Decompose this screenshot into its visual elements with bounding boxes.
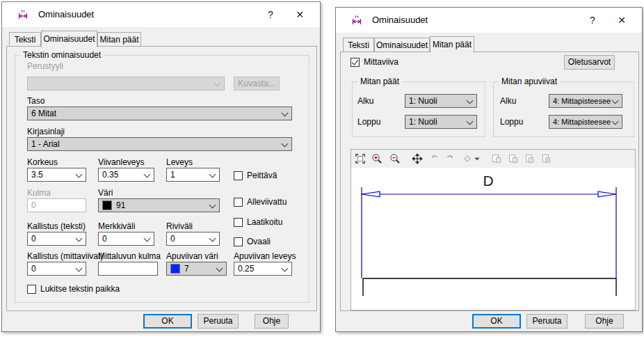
apu-alku-value: 4: Mittapisteesee — [553, 97, 611, 105]
alleviivattu-checkbox[interactable]: Alleviivattu — [234, 197, 287, 207]
tab-ominaisuudet[interactable]: Ominaisuudet — [374, 38, 430, 52]
chevron-down-icon — [612, 97, 619, 104]
merkkivali-combo[interactable]: 0 — [98, 232, 154, 246]
dropdown-arrow-icon[interactable] — [474, 153, 481, 164]
undo-icon[interactable] — [428, 153, 440, 164]
apuviivan-leveys-value: 0.25 — [238, 264, 254, 274]
leveys-combo[interactable]: 1 — [166, 168, 220, 182]
oletusarvot-button[interactable]: Oletusarvot — [564, 55, 615, 70]
taso-label: Taso — [27, 96, 45, 106]
kallistus-mittaviivat-label: Kallistus (mittaviivat) — [27, 251, 103, 261]
vari-combo[interactable]: 91 — [98, 198, 220, 212]
paat-loppu-combo[interactable]: 1: Nuoli — [405, 115, 477, 129]
rivivali-combo[interactable]: 0 — [166, 232, 220, 246]
clipboard-icon-c[interactable] — [524, 153, 536, 164]
ovaali-label: Ovaali — [247, 237, 271, 246]
pan-icon[interactable] — [412, 153, 423, 164]
titlebar[interactable]: Ominaisuudet ? ✕ — [336, 8, 642, 33]
kallistus-mittaviivat-combo[interactable]: 0 — [27, 262, 86, 276]
kallistus-teksti-combo[interactable]: 0 — [27, 232, 86, 246]
zoom-out-icon[interactable] — [389, 153, 401, 164]
mittaluvun-kulma-input[interactable] — [98, 262, 158, 276]
zoom-extents-icon[interactable] — [355, 153, 366, 164]
ok-button[interactable]: OK — [472, 314, 521, 329]
apuviivan-vari-label: Apuviivan väri — [166, 251, 218, 261]
dimension-lines — [362, 187, 616, 278]
laatikoitu-label: Laatikoitu — [247, 217, 282, 227]
close-button[interactable]: ✕ — [288, 2, 312, 27]
tab-mitan-paat[interactable]: Mitan päät — [430, 36, 474, 53]
checkbox-box — [351, 58, 360, 67]
paat-alku-combo[interactable]: 1: Nuoli — [405, 94, 477, 108]
paat-loppu-value: 1: Nuoli — [409, 117, 437, 127]
titlebar[interactable]: Ominaisuudet ? ✕ — [2, 2, 320, 27]
chevron-down-icon — [467, 97, 474, 104]
clipboard-icon-b[interactable] — [508, 153, 519, 164]
peittava-checkbox[interactable]: Peittävä — [234, 171, 277, 180]
chevron-down-icon — [144, 235, 151, 242]
apu-loppu-label: Loppu — [500, 117, 523, 127]
zoom-in-icon[interactable] — [371, 153, 383, 164]
close-button[interactable]: ✕ — [610, 8, 634, 33]
cancel-button[interactable]: Peruuta — [198, 314, 239, 329]
chevron-down-icon — [214, 80, 221, 87]
help-footer-button[interactable]: Ohje — [255, 314, 289, 329]
rivivali-label: Riviväli — [166, 221, 193, 231]
mittaviiva-checkbox[interactable]: Mittaviiva — [351, 57, 399, 67]
tab-teksti[interactable]: Teksti — [343, 38, 374, 52]
help-button[interactable]: ? — [581, 8, 604, 33]
help-button[interactable]: ? — [259, 2, 282, 27]
leveys-label: Leveys — [166, 157, 193, 167]
paat-alku-value: 1: Nuoli — [409, 96, 437, 106]
chevron-down-icon — [282, 110, 289, 117]
help-footer-button[interactable]: Ohje — [585, 314, 624, 329]
apu-alku-label: Alku — [500, 96, 516, 106]
checkbox-box — [234, 198, 243, 207]
tab-ominaisuudet[interactable]: Ominaisuudet — [41, 31, 97, 47]
checkbox-box — [27, 285, 36, 294]
kallistus-mittaviivat-value: 0 — [31, 264, 36, 274]
korkeus-label: Korkeus — [27, 157, 58, 167]
kulma-input: 0 — [27, 198, 86, 212]
korkeus-combo[interactable]: 3.5 — [27, 168, 86, 182]
screenshot-stage: Ominaisuudet ? ✕ Teksti Ominaisuudet Mit… — [0, 0, 644, 339]
chevron-down-icon — [76, 265, 83, 272]
kulma-label: Kulma — [27, 188, 51, 198]
mittaviiva-label: Mittaviiva — [364, 57, 399, 67]
taso-combo[interactable]: 6 Mitat — [27, 107, 292, 120]
chevron-down-icon — [282, 265, 289, 272]
chevron-down-icon — [209, 171, 216, 178]
perustyyli-label: Perustyyli — [27, 61, 63, 71]
redo-icon[interactable] — [445, 153, 456, 164]
tab-mitan-paat[interactable]: Mitan päät — [97, 32, 141, 47]
leveys-value: 1 — [170, 170, 175, 180]
lukitse-tekstin-paikka-checkbox[interactable]: Lukitse tekstin paikka — [27, 284, 120, 294]
dimension-preview-drawing: D — [351, 168, 635, 310]
cancel-button[interactable]: Peruuta — [526, 314, 567, 329]
color-swatch — [170, 264, 180, 274]
dimension-preview-panel: D — [351, 149, 636, 310]
paat-alku-label: Alku — [357, 96, 373, 106]
peittava-label: Peittävä — [247, 171, 277, 180]
apuviivan-vari-combo[interactable]: 7 — [166, 262, 227, 276]
ok-button[interactable]: OK — [143, 314, 192, 329]
paat-loppu-label: Loppu — [357, 117, 380, 127]
checkbox-box — [234, 171, 243, 180]
clipboard-icon-d[interactable] — [541, 153, 552, 164]
chevron-down-icon — [467, 118, 474, 125]
dialog-title: Ominaisuudet — [372, 15, 428, 25]
tab-teksti[interactable]: Teksti — [9, 32, 41, 47]
laatikoitu-checkbox[interactable]: Laatikoitu — [234, 217, 282, 227]
apu-loppu-combo[interactable]: 4: Mittapisteesee — [549, 115, 622, 129]
ovaali-checkbox[interactable]: Ovaali — [234, 237, 271, 246]
kirjasinlaji-combo[interactable]: 1 - Arial — [27, 137, 292, 151]
center-mark-icon[interactable] — [463, 153, 472, 164]
chevron-down-icon — [282, 141, 289, 148]
clipboard-icon-a[interactable] — [491, 153, 502, 164]
viivanleveys-combo[interactable]: 0.35 — [98, 168, 154, 182]
mitan-apuviivat-group — [493, 81, 634, 137]
apuviivan-leveys-label: Apuviivan leveys — [234, 251, 296, 261]
alleviivattu-label: Alleviivattu — [247, 197, 287, 207]
apuviivan-leveys-combo[interactable]: 0.25 — [234, 262, 292, 276]
apu-alku-combo[interactable]: 4: Mittapisteesee — [549, 94, 622, 108]
